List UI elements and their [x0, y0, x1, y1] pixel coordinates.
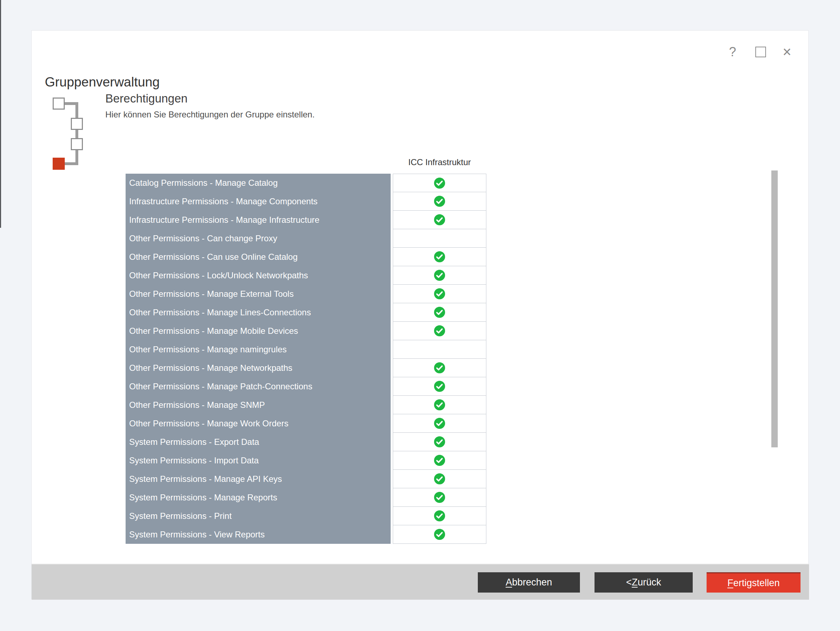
- check-icon: [434, 214, 445, 225]
- permission-row: Catalog Permissions - Manage Catalog: [126, 174, 488, 192]
- back-button[interactable]: < Zurück: [595, 572, 693, 593]
- permission-label: Other Permissions - Manage External Tool…: [126, 285, 391, 303]
- permission-label: System Permissions - Import Data: [126, 451, 391, 470]
- permission-label: Other Permissions - Manage Patch-Connect…: [126, 377, 391, 396]
- permission-label: Other Permissions - Manage Lines-Connect…: [126, 303, 391, 322]
- wizard-step-4-active: [53, 158, 65, 170]
- check-icon: [434, 473, 445, 484]
- wizard-connector: [76, 102, 78, 165]
- wizard-step-3: [71, 138, 83, 150]
- permission-label: Other Permissions - Manage Networkpaths: [126, 359, 391, 377]
- check-icon: [434, 381, 445, 392]
- permission-row: System Permissions - View Reports: [126, 525, 488, 544]
- check-icon: [434, 436, 445, 448]
- permission-check-cell[interactable]: [393, 303, 486, 322]
- permission-row: Infrastructure Permissions - Manage Infr…: [126, 211, 488, 229]
- permission-row: Other Permissions - Lock/Unlock Networkp…: [126, 266, 488, 285]
- permission-row: System Permissions - Manage Reports: [126, 488, 488, 507]
- permission-row: Other Permissions - Manage Work Orders: [126, 414, 488, 433]
- check-icon: [434, 492, 445, 503]
- help-icon[interactable]: ?: [725, 43, 741, 60]
- wizard-step-2: [71, 118, 83, 130]
- check-icon: [434, 196, 445, 207]
- permission-label: System Permissions - Export Data: [126, 433, 391, 451]
- check-icon: [434, 288, 445, 299]
- permission-check-cell[interactable]: [393, 266, 486, 285]
- permission-label: System Permissions - Manage Reports: [126, 488, 391, 507]
- permissions-table: Catalog Permissions - Manage CatalogInfr…: [126, 174, 488, 544]
- background-window-edge: [0, 0, 1, 228]
- permission-row: Other Permissions - Manage Networkpaths: [126, 359, 488, 377]
- permission-check-cell[interactable]: [393, 377, 486, 396]
- permission-label: Other Permissions - Manage SNMP: [126, 396, 391, 414]
- group-column-header: ICC Infrastruktur: [393, 157, 486, 167]
- permission-row: System Permissions - Export Data: [126, 433, 488, 451]
- permission-label: Catalog Permissions - Manage Catalog: [126, 174, 391, 192]
- permission-label: Infrastructure Permissions - Manage Infr…: [126, 211, 391, 229]
- permission-label: Other Permissions - Can use Online Catal…: [126, 248, 391, 266]
- check-icon: [434, 455, 445, 466]
- permission-row: Other Permissions - Can use Online Catal…: [126, 248, 488, 266]
- dialog-title: Gruppenverwaltung: [45, 75, 160, 90]
- permission-check-cell[interactable]: [393, 210, 486, 229]
- permission-row: Other Permissions - Manage SNMP: [126, 396, 488, 414]
- permission-check-cell[interactable]: [393, 488, 486, 507]
- permission-row: Other Permissions - Manage External Tool…: [126, 285, 488, 303]
- permission-row: Other Permissions - Manage Patch-Connect…: [126, 377, 488, 396]
- check-icon: [434, 270, 445, 281]
- permission-check-cell[interactable]: [393, 321, 486, 340]
- permission-label: Other Permissions - Manage Work Orders: [126, 414, 391, 433]
- page-title: Berechtigungen: [105, 92, 188, 105]
- wizard-connector: [65, 162, 78, 165]
- close-icon[interactable]: ×: [779, 43, 795, 60]
- permission-row: Other Permissions - Can change Proxy: [126, 229, 488, 248]
- permission-check-cell[interactable]: [393, 340, 486, 359]
- permission-label: Other Permissions - Can change Proxy: [126, 229, 391, 248]
- permission-check-cell[interactable]: [393, 285, 486, 303]
- permission-row: Other Permissions - Manage Lines-Connect…: [126, 303, 488, 322]
- check-icon: [434, 307, 445, 318]
- gruppenverwaltung-dialog: Gruppenverwaltung ? × Berechtigungen Hie…: [31, 30, 809, 599]
- permission-check-cell[interactable]: [393, 506, 486, 525]
- cancel-button[interactable]: Abbrechen: [478, 572, 580, 593]
- check-icon: [434, 362, 445, 373]
- permission-label: System Permissions - View Reports: [126, 525, 391, 544]
- permission-row: Other Permissions - Manage namingrules: [126, 340, 488, 359]
- footer-button-bar: Abbrechen < Zurück Fertigstellen: [32, 564, 809, 600]
- permission-check-cell[interactable]: [393, 247, 486, 266]
- permission-check-cell[interactable]: [393, 414, 486, 433]
- check-icon: [434, 529, 445, 540]
- permission-check-cell[interactable]: [393, 432, 486, 451]
- permission-label: System Permissions - Manage API Keys: [126, 470, 391, 488]
- check-icon: [434, 251, 445, 262]
- check-icon: [434, 510, 445, 521]
- permission-check-cell[interactable]: [393, 174, 486, 192]
- permission-check-cell[interactable]: [393, 525, 486, 544]
- permission-label: Other Permissions - Manage namingrules: [126, 340, 391, 359]
- permission-label: System Permissions - Print: [126, 507, 391, 525]
- check-icon: [434, 177, 445, 189]
- permission-check-cell[interactable]: [393, 395, 486, 414]
- maximize-icon[interactable]: [753, 43, 769, 60]
- check-icon: [434, 399, 445, 410]
- permission-row: System Permissions - Import Data: [126, 451, 488, 470]
- permission-row: Other Permissions - Manage Mobile Device…: [126, 322, 488, 340]
- permission-label: Infrastructure Permissions - Manage Comp…: [126, 192, 391, 211]
- permission-check-cell[interactable]: [393, 358, 486, 377]
- permission-row: Infrastructure Permissions - Manage Comp…: [126, 192, 488, 211]
- vertical-scrollbar[interactable]: [771, 171, 778, 448]
- check-icon: [434, 418, 445, 429]
- permission-check-cell[interactable]: [393, 451, 486, 470]
- permission-label: Other Permissions - Manage Mobile Device…: [126, 322, 391, 340]
- permission-check-cell[interactable]: [393, 470, 486, 488]
- permission-check-cell[interactable]: [393, 229, 486, 248]
- permission-row: System Permissions - Print: [126, 507, 488, 525]
- permission-row: System Permissions - Manage API Keys: [126, 470, 488, 488]
- wizard-step-1: [53, 98, 65, 110]
- permission-label: Other Permissions - Lock/Unlock Networkp…: [126, 266, 391, 285]
- finish-button[interactable]: Fertigstellen: [707, 572, 801, 593]
- check-icon: [434, 325, 445, 336]
- page-subtitle: Hier können Sie Berechtigungen der Grupp…: [105, 110, 314, 120]
- permission-check-cell[interactable]: [393, 192, 486, 211]
